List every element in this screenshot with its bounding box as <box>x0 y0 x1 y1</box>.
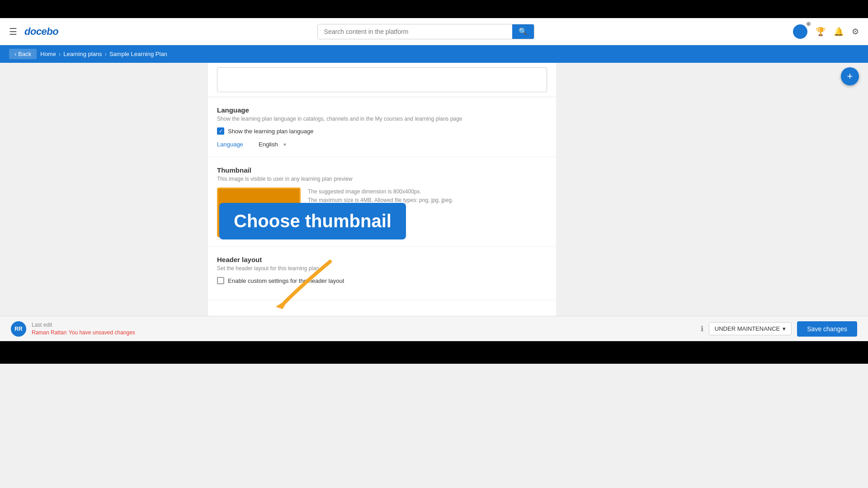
thumbnail-section-desc: This image is visible to user in any lea… <box>217 176 547 182</box>
header-left: ☰ docebo <box>9 26 58 38</box>
footer-edit-info: Last edit Raman Rattan You have unsaved … <box>32 322 135 336</box>
logo[interactable]: docebo <box>24 26 58 38</box>
avatar-rr: RR <box>11 321 26 337</box>
search-button[interactable]: 🔍 <box>512 24 534 39</box>
custom-header-label: Enable custom settings for the header la… <box>228 277 344 284</box>
top-black-bar <box>0 0 868 18</box>
gear-icon[interactable]: ⚙ <box>852 27 859 37</box>
breadcrumb-home[interactable]: Home <box>40 51 56 57</box>
footer-user-unsaved: Raman Rattan You have unsaved changes <box>32 328 135 336</box>
dropdown-icon: ▾ <box>783 325 786 332</box>
search-icon: 🔍 <box>519 28 528 35</box>
search-bar: 🔍 <box>317 24 534 39</box>
footer-last-edit-label: Last edit <box>32 322 135 328</box>
footer-left: RR Last edit Raman Rattan You have unsav… <box>11 321 135 337</box>
show-language-checkbox[interactable] <box>217 127 224 135</box>
show-language-label: Show the learning plan language <box>228 128 313 135</box>
thumbnail-hint1: The suggested image dimension is 800x400… <box>308 188 453 196</box>
custom-header-checkbox-row: Enable custom settings for the header la… <box>217 277 547 284</box>
breadcrumb-bar: ‹ Back Home › Learning plans › Sample Le… <box>0 45 868 63</box>
user-badge: 0 <box>806 22 811 26</box>
save-changes-button[interactable]: Save changes <box>797 321 857 337</box>
header-layout-desc: Set the header layout for this learning … <box>217 265 547 272</box>
breadcrumb: Home › Learning plans › Sample Learning … <box>40 51 167 57</box>
header-layout-section: Header layout Set the header layout for … <box>208 247 556 300</box>
footer-right: ℹ UNDER MAINTENANCE ▾ Save changes <box>701 321 857 337</box>
choose-thumbnail-text: Choose thumbnail <box>234 211 392 231</box>
show-language-checkbox-row: Show the learning plan language <box>217 127 547 135</box>
footer-user-name: Raman Rattan <box>32 329 66 336</box>
header-center: 🔍 <box>58 24 793 39</box>
main-wrapper: + Language Show the learning plan langua… <box>0 63 868 316</box>
language-field-row: Language English ▾ <box>217 141 547 148</box>
user-queue-icon[interactable]: 👤 0 <box>793 24 807 39</box>
footer-unsaved-text: You have unsaved changes <box>69 329 135 336</box>
breadcrumb-current: Sample Learning Plan <box>109 51 167 57</box>
breadcrumb-learning-plans[interactable]: Learning plans <box>63 51 102 57</box>
custom-header-checkbox[interactable] <box>217 277 224 284</box>
thumbnail-info: The suggested image dimension is 800x400… <box>308 188 453 205</box>
language-section-title: Language <box>217 106 547 114</box>
language-field-label: Language <box>217 141 253 148</box>
bell-icon[interactable]: 🔔 <box>834 27 844 37</box>
language-section-desc: Show the learning plan language in catal… <box>217 116 547 122</box>
choose-thumbnail-overlay: Choose thumbnail <box>219 203 406 239</box>
language-section: Language Show the learning plan language… <box>208 97 556 157</box>
maintenance-label: UNDER MAINTENANCE <box>715 325 780 332</box>
footer-bar: RR Last edit Raman Rattan You have unsav… <box>0 316 868 341</box>
trophy-icon[interactable]: 🏆 <box>816 27 826 37</box>
content-panel: Language Show the learning plan language… <box>208 63 556 316</box>
breadcrumb-sep-1: › <box>59 51 61 57</box>
description-textarea-box <box>217 67 547 92</box>
fab-add-button[interactable]: + <box>841 67 859 85</box>
text-area-section <box>208 63 556 97</box>
hamburger-icon[interactable]: ☰ <box>9 26 17 37</box>
language-dropdown-icon[interactable]: ▾ <box>283 141 286 148</box>
breadcrumb-sep-2: › <box>105 51 107 57</box>
back-button[interactable]: ‹ Back <box>9 49 37 59</box>
header-layout-title: Header layout <box>217 256 547 263</box>
bottom-black-bar <box>0 341 868 364</box>
header: ☰ docebo 🔍 👤 0 🏆 🔔 ⚙ <box>0 18 868 45</box>
search-input[interactable] <box>318 24 512 39</box>
header-right: 👤 0 🏆 🔔 ⚙ <box>793 24 859 39</box>
user-icon-symbol: 👤 <box>797 28 804 35</box>
maintenance-dropdown[interactable]: UNDER MAINTENANCE ▾ <box>709 322 792 335</box>
language-field-value: English <box>259 141 278 148</box>
back-icon: ‹ <box>14 51 16 57</box>
info-icon[interactable]: ℹ <box>701 324 703 333</box>
back-label: Back <box>18 51 31 57</box>
thumbnail-section-title: Thumbnail <box>217 166 547 174</box>
